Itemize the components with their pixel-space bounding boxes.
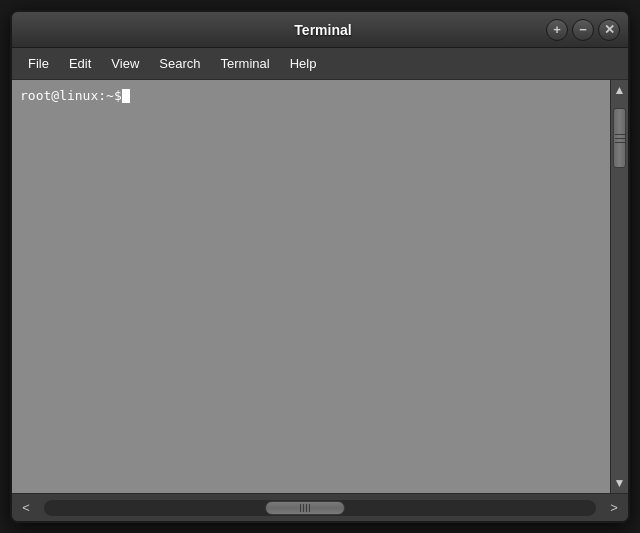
add-button[interactable]: +	[546, 19, 568, 41]
menu-view[interactable]: View	[103, 52, 147, 75]
prompt-text: root@linux:~$	[20, 88, 122, 103]
vertical-scrollbar: ▲ ▼	[610, 80, 628, 493]
h-grip-2	[303, 504, 304, 512]
scroll-thumb-horizontal[interactable]	[265, 501, 345, 515]
menu-terminal[interactable]: Terminal	[213, 52, 278, 75]
scroll-right-arrow[interactable]: >	[600, 494, 628, 521]
content-area: root@linux:~$ ▲ ▼	[12, 80, 628, 493]
menu-edit[interactable]: Edit	[61, 52, 99, 75]
grip-line-3	[615, 142, 625, 143]
menu-file[interactable]: File	[20, 52, 57, 75]
horizontal-scrollbar: < >	[12, 493, 628, 521]
cursor	[122, 89, 130, 103]
grip-line-1	[615, 134, 625, 135]
h-grip-4	[309, 504, 310, 512]
scroll-down-arrow[interactable]: ▼	[611, 473, 628, 493]
scroll-left-arrow[interactable]: <	[12, 494, 40, 521]
h-grip-1	[300, 504, 301, 512]
menu-bar: File Edit View Search Terminal Help	[12, 48, 628, 80]
grip-line-2	[615, 138, 625, 139]
terminal-area[interactable]: root@linux:~$	[12, 80, 610, 493]
scroll-track-vertical[interactable]	[611, 100, 628, 473]
scroll-up-arrow[interactable]: ▲	[611, 80, 628, 100]
title-bar-buttons: + − ✕	[546, 19, 620, 41]
scroll-thumb-vertical[interactable]	[613, 108, 626, 168]
scroll-grip-vertical	[615, 134, 625, 143]
scroll-track-horizontal[interactable]	[44, 500, 596, 516]
title-bar: Terminal + − ✕	[12, 12, 628, 48]
terminal-prompt: root@linux:~$	[20, 88, 130, 103]
window-title: Terminal	[294, 22, 351, 38]
terminal-window: Terminal + − ✕ File Edit View Search Ter…	[10, 10, 630, 523]
h-grip-3	[306, 504, 307, 512]
minimize-button[interactable]: −	[572, 19, 594, 41]
menu-search[interactable]: Search	[151, 52, 208, 75]
menu-help[interactable]: Help	[282, 52, 325, 75]
close-button[interactable]: ✕	[598, 19, 620, 41]
